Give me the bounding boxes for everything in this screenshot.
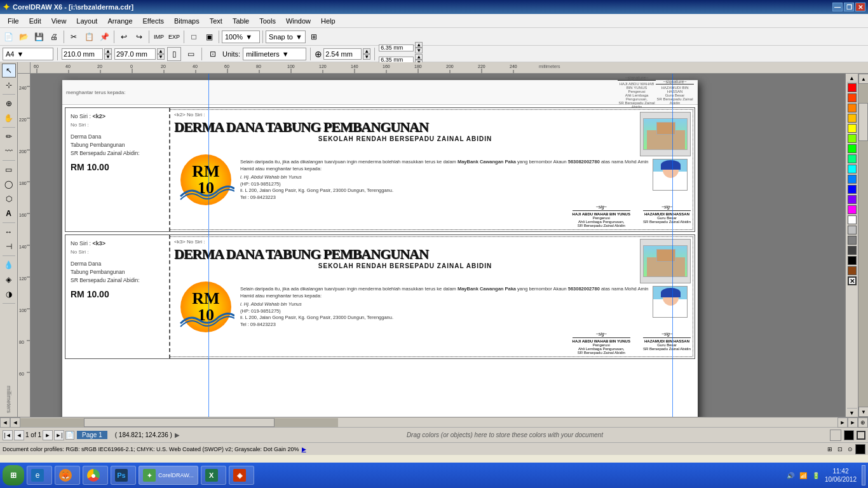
menu-help[interactable]: Help — [316, 16, 341, 26]
snap-icon[interactable]: ⊞ — [307, 30, 321, 44]
x-down[interactable]: ▼ — [415, 48, 423, 53]
taskbar-corel[interactable]: ✦ CorelDRAW... — [139, 466, 198, 485]
prev-page-button[interactable]: ◄ — [14, 430, 24, 440]
text-tool[interactable]: A — [2, 207, 16, 220]
add-page-button[interactable]: 📄 — [65, 431, 74, 440]
menu-table[interactable]: Table — [227, 16, 254, 26]
battery-icon[interactable]: 🔋 — [812, 472, 820, 479]
copy-button[interactable]: 📋 — [82, 30, 96, 44]
scroll-thumb-vertical[interactable] — [858, 103, 868, 141]
next-page-button[interactable]: ► — [43, 430, 53, 440]
height-spinner[interactable]: ▲ ▼ — [157, 48, 165, 60]
ellipse-tool[interactable]: ◯ — [2, 177, 16, 191]
hand-tool[interactable]: ✋ — [2, 111, 16, 125]
x-offset-input[interactable] — [379, 44, 414, 51]
menu-arrange[interactable]: Arrange — [102, 16, 137, 26]
color-gray[interactable] — [848, 236, 857, 245]
last-page-button[interactable]: ►| — [54, 430, 64, 440]
smart-draw-tool[interactable]: 〰 — [2, 144, 16, 158]
color-orange[interactable] — [848, 104, 857, 112]
zoom-dropdown[interactable]: 100% ▼ — [222, 30, 260, 43]
import-button[interactable]: IMP — [152, 30, 166, 44]
canvas-area[interactable]: menghantar terus kepada: ~signature~ HAJ… — [31, 74, 845, 417]
scroll-track-vertical[interactable] — [858, 84, 868, 407]
rect-tool[interactable]: ▭ — [2, 163, 16, 177]
new-button[interactable]: 📄 — [1, 30, 15, 44]
page-tab[interactable]: Page 1 — [77, 431, 107, 439]
width-spinner[interactable]: ▲ ▼ — [104, 48, 112, 60]
cut-button[interactable]: ✂ — [67, 30, 81, 44]
scroll-left-button[interactable]: ◄ — [0, 417, 10, 428]
snap-dropdown[interactable]: Snap to ▼ — [266, 30, 306, 43]
x-spinner[interactable]: ▲ ▼ — [415, 42, 423, 53]
show-desktop-button[interactable] — [862, 465, 865, 485]
undo-button[interactable]: ↩ — [117, 30, 131, 44]
taskbar-corel2[interactable]: ◈ — [229, 466, 254, 485]
scroll-right-button-2[interactable]: ► — [848, 417, 858, 428]
color-spring-green[interactable] — [848, 154, 857, 163]
menu-file[interactable]: File — [3, 16, 24, 26]
export-button[interactable]: EXP — [167, 30, 181, 44]
polygon-tool[interactable]: ⬡ — [2, 192, 16, 206]
color-red[interactable] — [848, 83, 857, 92]
scroll-up-button[interactable]: ▲ — [858, 74, 868, 84]
maximize-button[interactable]: ❐ — [844, 3, 854, 11]
landscape-button[interactable]: ▭ — [184, 47, 198, 61]
dimension-tool[interactable]: ↔ — [2, 225, 16, 239]
menu-edit[interactable]: Edit — [24, 16, 46, 26]
paste-button[interactable]: 📌 — [97, 30, 111, 44]
save-button[interactable]: 💾 — [32, 30, 46, 44]
height-up[interactable]: ▲ — [157, 48, 165, 54]
color-white[interactable] — [848, 215, 857, 224]
color-yellow[interactable] — [848, 124, 857, 133]
width-down[interactable]: ▼ — [104, 54, 112, 60]
outline-button[interactable]: ▣ — [202, 30, 216, 44]
menu-effects[interactable]: Effects — [138, 16, 169, 26]
height-down[interactable]: ▼ — [157, 54, 165, 60]
color-orange-red[interactable] — [848, 93, 857, 102]
menu-window[interactable]: Window — [281, 16, 316, 26]
freehand-pick-tool[interactable]: ⊹ — [2, 78, 16, 92]
close-button[interactable]: ✕ — [855, 3, 865, 11]
taskbar-ie[interactable]: e — [27, 466, 52, 485]
color-yellow-green[interactable] — [848, 134, 857, 143]
open-button[interactable]: 📂 — [17, 30, 31, 44]
scroll-left-button-2[interactable]: ◄ — [10, 417, 20, 428]
width-up[interactable]: ▲ — [104, 48, 112, 54]
taskbar-chrome[interactable]: ● — [83, 466, 108, 485]
redo-button[interactable]: ↪ — [132, 30, 146, 44]
nudge-up[interactable]: ▲ — [363, 48, 370, 54]
color-azure[interactable] — [848, 175, 857, 184]
scroll-thumb-h[interactable] — [84, 418, 275, 427]
menu-tools[interactable]: Tools — [254, 16, 281, 26]
horizontal-scrollbar[interactable]: ◄ ◄ ► ► ⊕ — [0, 417, 868, 427]
color-dark-gray[interactable] — [848, 246, 857, 255]
title-bar-controls[interactable]: — ❐ ✕ — [832, 3, 865, 11]
menu-layout[interactable]: Layout — [71, 16, 102, 26]
minimize-button[interactable]: — — [832, 3, 843, 11]
page-size-dropdown[interactable]: A4 ▼ — [3, 48, 53, 60]
scroll-down-button[interactable]: ▼ — [858, 407, 868, 417]
connector-tool[interactable]: ⊣ — [2, 240, 16, 254]
scroll-right-button[interactable]: ► — [837, 417, 848, 428]
color-magenta[interactable] — [848, 205, 857, 214]
color-brown[interactable] — [848, 266, 857, 275]
portrait-button[interactable]: ▯ — [167, 47, 181, 61]
units-dropdown[interactable]: millimeters ▼ — [243, 48, 306, 60]
no-outline-button[interactable]: □ — [187, 30, 201, 44]
bezier-tool[interactable]: ✏ — [2, 130, 16, 144]
color-blue[interactable] — [848, 185, 857, 194]
start-button[interactable]: ⊞ — [3, 465, 24, 485]
color-cyan[interactable] — [848, 165, 857, 173]
eyedropper-tool[interactable]: 💧 — [2, 258, 16, 272]
x-up[interactable]: ▲ — [415, 42, 423, 48]
interactive-fill-tool[interactable]: ◑ — [2, 287, 16, 301]
palette-scroll-down[interactable]: ▼ — [847, 408, 857, 417]
first-page-button[interactable]: |◄ — [3, 430, 13, 440]
scroll-track-h[interactable] — [20, 418, 338, 427]
nudge-spinner[interactable]: ▲ ▼ — [363, 48, 370, 60]
width-input[interactable] — [62, 48, 103, 60]
taskbar-excel[interactable]: X — [201, 466, 226, 485]
taskbar-ps[interactable]: Ps — [111, 466, 136, 485]
zoom-corner-button[interactable]: ⊕ — [858, 417, 868, 428]
